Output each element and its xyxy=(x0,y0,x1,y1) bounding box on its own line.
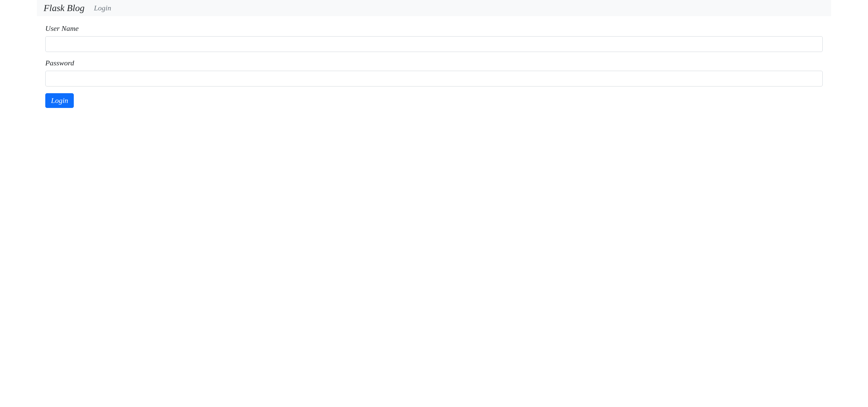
password-group: Password xyxy=(45,59,823,87)
username-input[interactable] xyxy=(45,36,823,52)
username-label: User Name xyxy=(45,24,823,33)
login-button[interactable]: Login xyxy=(45,93,74,108)
password-label: Password xyxy=(45,59,823,67)
main-container: User Name Password Login xyxy=(0,16,868,116)
nav-link-login[interactable]: Login xyxy=(94,4,111,12)
password-input[interactable] xyxy=(45,71,823,87)
login-form: User Name Password Login xyxy=(45,24,823,108)
navbar: Flask Blog Login xyxy=(37,0,831,16)
navbar-brand[interactable]: Flask Blog xyxy=(43,3,85,13)
username-group: User Name xyxy=(45,24,823,52)
navbar-container: Flask Blog Login xyxy=(37,3,831,13)
